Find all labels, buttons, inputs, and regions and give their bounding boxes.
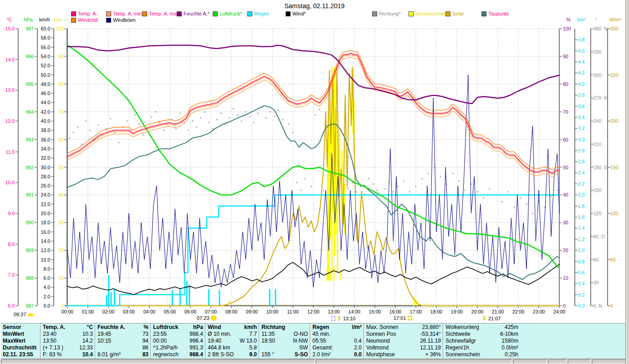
legend-item-temp-a-[interactable]: Temp. A. <box>71 11 97 16</box>
axis-tick-label: 1.4 <box>578 226 585 231</box>
axis-unit-lm: l/m² <box>577 17 585 22</box>
table-row: Vollmond12.11.19 <box>366 344 441 351</box>
time-tick-label: 00:00 <box>61 309 73 314</box>
legend-item-regen[interactable]: Regen <box>247 11 269 16</box>
time-tick-label: 08:00 <box>225 309 237 314</box>
marker-time-label: 09:37 <box>14 312 26 317</box>
series-windb-en <box>67 75 559 288</box>
axis-tick-label: 988 <box>26 276 34 281</box>
table-cell: 23:55 <box>153 331 167 338</box>
marker-moondown-time: ⇩21:07 <box>482 315 501 321</box>
table-cell: km/h <box>244 324 257 331</box>
legend-item-wind-[interactable]: Wind* <box>286 11 306 16</box>
status-segment <box>513 359 547 364</box>
table-row: Sonnenschein0:25h <box>445 351 518 358</box>
legend-item-temp-a-max[interactable]: Temp. A. max <box>142 11 179 16</box>
series-windchill <box>67 55 559 175</box>
axis-tick-label: 10.0 <box>5 180 15 185</box>
table-cell: 19:45 <box>97 331 111 338</box>
legend-color-swatch-icon <box>213 11 218 16</box>
legend-item-solar[interactable]: Solar <box>445 11 464 16</box>
legend-item-temp-a-min[interactable]: Temp. A. min <box>106 11 142 16</box>
legend-item-richtung-[interactable]: Richtung* <box>372 11 401 16</box>
axis-tick-label: 46.0 <box>41 91 50 96</box>
axis-tick-label: 1.2 <box>578 237 585 242</box>
time-tick-label: 11:00 <box>287 309 299 314</box>
table-cell: 14.2 <box>82 338 93 344</box>
series-temp-a- <box>67 53 559 173</box>
table-cell: 0.4 <box>354 338 362 344</box>
legend-color-swatch-icon <box>177 11 182 16</box>
stat-col-feuchte: Feuchte A.%19:457310:1594868.01 g/m³83 <box>96 324 150 359</box>
table-cell: 12.33 <box>79 344 93 351</box>
table-row: Feuchte A.% <box>97 324 148 331</box>
legend-item-feuchte-a-[interactable]: Feuchte A.* <box>177 11 210 16</box>
table-cell: regnerisch <box>153 351 179 358</box>
table-cell: 0.0 <box>354 351 362 358</box>
table-row: regnerisch988.4 <box>153 351 203 358</box>
axis-tick-label: 4.2 <box>578 71 585 76</box>
table-row: 11:35O-NO <box>261 331 308 338</box>
axis-tick-label: 270 W <box>593 96 609 101</box>
legend-color-swatch-icon <box>71 18 76 23</box>
axis-tick-label: 3.8 <box>578 93 585 98</box>
table-cell: 996.4 <box>189 338 203 344</box>
axis-tick-label: 50.0 <box>41 72 50 77</box>
legend-item-taupunkt[interactable]: Taupunkt <box>481 11 509 16</box>
table-cell: 00:00 <box>153 338 167 344</box>
table-cell: 8.01 g/m³ <box>97 351 121 358</box>
table-row: 00:00996.4 <box>153 338 203 344</box>
astro-info-col: Max. Sonnen23,880°Sonnen Pos-53,314°Neum… <box>364 324 443 359</box>
table-cell: Schneefallgr <box>445 338 476 344</box>
time-tick-label: 04:00 <box>143 309 155 314</box>
legend-item-sonnenschein[interactable]: Sonnenschein <box>409 11 447 16</box>
table-row: Mondphase+ 36% <box>366 351 441 358</box>
table-row: SW <box>261 344 308 351</box>
axis-tick-label: 7.0 <box>8 273 15 278</box>
axis-tick-label: 6.0 <box>43 276 50 281</box>
table-row: 19:4573 <box>97 331 148 338</box>
table-cell: 464.8 km <box>208 344 230 351</box>
time-tick-label: 17:00 <box>410 309 422 314</box>
legend-item-label: Richtung* <box>379 11 401 16</box>
table-cell: 45 min. <box>312 331 330 338</box>
table-row: Neumond26.11.19 <box>366 338 441 344</box>
table-row: F: 83 %10.4 <box>43 351 93 358</box>
marker-time-label: 13:10 <box>343 316 356 321</box>
axis-tick-label: 2.0 <box>43 294 50 299</box>
legend-item-windchill[interactable]: Windchill <box>71 17 98 23</box>
table-row: Max. Sonnen23,880° <box>366 324 441 331</box>
legend-item-label: Regen <box>254 11 269 16</box>
axis-tick-label: 44.0 <box>41 100 50 105</box>
table-cell: 94 <box>143 338 148 344</box>
conditions-info-col: Wolkenunterg425mSichtweite6-10kmSchneefa… <box>444 324 520 359</box>
table-cell: 10:15 <box>97 338 111 344</box>
axis-tick-label: 995 <box>26 81 34 86</box>
axis-tick-label: 22.0 <box>41 202 50 207</box>
moondown-icon: ⇩ <box>482 315 487 321</box>
legend-item-label: Temp. A. min <box>113 11 142 16</box>
axis-unit-C: °C <box>6 17 12 22</box>
axis-tick-label: 11.0 <box>5 149 15 154</box>
legend-item-label: Temp. A. max <box>149 11 179 16</box>
legend-item-luftdruck-[interactable]: Luftdruck* <box>213 11 242 16</box>
table-row: Wolkenunterg425m <box>445 324 518 331</box>
table-cell: 2 Bft S-SO <box>208 351 234 358</box>
table-row: 23:4010.3 <box>43 331 93 338</box>
legend-item-windb-en[interactable]: Windböen <box>106 17 136 23</box>
time-tick-label: 22:00 <box>512 309 524 314</box>
legend-color-swatch-icon <box>445 11 450 16</box>
legend-color-swatch-icon <box>106 11 111 16</box>
legend-item-label: Solar <box>452 11 464 16</box>
table-row: 19:40W 13.0 <box>208 338 257 344</box>
stat-col-wind: Windkm/hØ 10 min.7.719:40W 13.0464.8 km5… <box>206 324 259 359</box>
table-cell: Regen <box>312 324 329 331</box>
axis-tick-label: 0.4 <box>578 281 585 286</box>
axis-tick-label: 991 <box>26 192 34 197</box>
time-tick-label: 20:00 <box>471 309 483 314</box>
table-cell: Richtung <box>261 324 285 331</box>
axis-unit-: ° <box>595 17 597 22</box>
axis-tick-label: 0.8 <box>578 259 585 264</box>
marker-time-label: 17:01 <box>394 315 406 321</box>
axis-tick-label: 38.0 <box>41 128 50 133</box>
